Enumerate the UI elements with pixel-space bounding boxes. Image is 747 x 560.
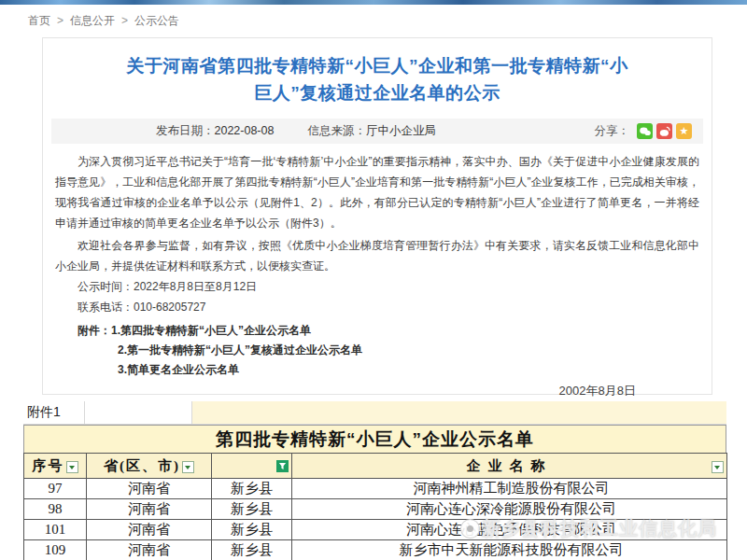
county-cell: 新乡县 — [212, 499, 292, 520]
filter-dropdown-icon[interactable] — [182, 461, 194, 473]
attachments-block: 附件： 1.第四批专精特新“小巨人”企业公示名单 2.第一批专精特新“小巨人”复… — [78, 321, 699, 380]
company-cell: 新乡市中天新能源科技股份有限公司 — [292, 540, 727, 560]
province-cell: 河南省 — [87, 479, 212, 499]
attachment-item-2: 2.第一批专精特新“小巨人”复核通过企业公示名单 — [118, 341, 699, 360]
province-cell: 河南省 — [87, 499, 212, 520]
table-row: 109 河南省 新乡县 新乡市中天新能源科技股份有限公司 — [24, 540, 727, 560]
share-label: 分享： — [595, 123, 630, 139]
active-filter-funnel-icon[interactable] — [276, 460, 289, 472]
empty-yellow-cell — [192, 401, 726, 425]
table-row: 98 河南省 新乡县 河南心连心深冷能源股份有限公司 — [24, 499, 727, 520]
county-cell: 新乡县 — [212, 540, 292, 560]
breadcrumb-announcements-link[interactable]: 公示公告 — [134, 14, 179, 27]
attachment-item-1: 1.第四批专精特新“小巨人”企业公示名单 — [111, 321, 311, 341]
seq-cell: 98 — [24, 499, 87, 520]
info-source: 信息来源：厅中小企业局 — [307, 123, 436, 139]
filter-dropdown-icon[interactable] — [66, 461, 78, 473]
attachment-1-label: 附件1 — [23, 401, 85, 425]
attachment-item-3: 3.简单更名企业公示名单 — [118, 360, 699, 380]
breadcrumb-info-disclosure-link[interactable]: 信息公开 — [70, 14, 115, 27]
filter-dropdown-icon[interactable] — [712, 461, 724, 473]
article-title: 关于河南省第四批专精特新“小巨人”企业和第一批专精特新“小巨人”复核通过企业名单… — [120, 52, 635, 106]
spreadsheet-label-row: 附件1 — [23, 401, 726, 425]
seq-cell: 109 — [24, 540, 87, 560]
weibo-share-icon[interactable] — [656, 123, 672, 139]
sign-date: 2002年8月8日 — [55, 383, 699, 399]
breadcrumb-home-link[interactable]: 首页 — [28, 14, 50, 27]
article-meta-bar: 发布日期：2022-08-08 信息来源：厅中小企业局 分享： ★ — [51, 119, 703, 144]
share-group: 分享： ★ — [595, 123, 693, 139]
column-header-county — [212, 454, 292, 479]
table-row: 101 河南省 新乡县 河南心连心蓝色环保科技有限公司 — [24, 520, 727, 540]
column-header-company: 企业名称 — [292, 454, 727, 479]
breadcrumb-separator: > — [57, 14, 63, 27]
county-cell: 新乡县 — [212, 479, 292, 499]
company-cell: 河南神州精工制造股份有限公司 — [292, 479, 727, 499]
province-cell: 河南省 — [87, 520, 212, 540]
column-header-province: 省(区、市) — [87, 454, 212, 479]
site-top-nav-bar — [0, 0, 747, 5]
seq-cell: 101 — [24, 520, 87, 540]
company-table: 序号 省(区、市) 企业名称 97 河南省 新乡县 河南神州精工制造股份有限公司… — [23, 453, 727, 560]
breadcrumb: 首页>信息公开>公示公告 — [28, 13, 179, 29]
attachments-label: 附件： — [78, 321, 111, 341]
empty-cell — [85, 401, 192, 425]
favorite-share-icon[interactable]: ★ — [676, 123, 692, 139]
wechat-share-icon[interactable] — [637, 123, 653, 139]
paragraph-1: 为深入贯彻习近平总书记关于“培育一批‘专精特新’中小企业”的重要指示精神，落实中… — [55, 151, 699, 233]
table-header-row: 序号 省(区、市) 企业名称 — [24, 454, 727, 479]
paragraph-2: 欢迎社会各界参与监督，如有异议，按照《优质中小企业梯度培育管理暂行办法》中有关要… — [55, 235, 699, 276]
article-container: 关于河南省第四批专精特新“小巨人”企业和第一批专精特新“小巨人”复核通过企业名单… — [42, 37, 712, 395]
article-body: 为深入贯彻习近平总书记关于“培育一批‘专精特新’中小企业”的重要指示精神，落实中… — [55, 151, 699, 399]
column-header-seq: 序号 — [24, 454, 87, 479]
attachment-table-zone: 附件1 第四批专精特新“小巨人”企业公示名单 序号 省(区、市) 企业名称 97… — [23, 401, 726, 560]
table-row: 97 河南省 新乡县 河南神州精工制造股份有限公司 — [24, 479, 727, 499]
publish-date: 发布日期：2022-08-08 — [156, 123, 274, 139]
company-cell: 河南心连心蓝色环保科技有限公司 — [292, 520, 727, 540]
company-cell: 河南心连心深冷能源股份有限公司 — [292, 499, 727, 520]
contact-phone-line: 联系电话：010-68205727 — [78, 297, 699, 317]
publicity-period-line: 公示时间：2022年8月8日至8月12日 — [78, 276, 699, 297]
table-title: 第四批专精特新“小巨人”企业公示名单 — [23, 425, 726, 453]
breadcrumb-separator: > — [121, 14, 128, 27]
county-cell: 新乡县 — [212, 520, 292, 540]
province-cell: 河南省 — [87, 540, 212, 560]
seq-cell: 97 — [24, 479, 87, 499]
